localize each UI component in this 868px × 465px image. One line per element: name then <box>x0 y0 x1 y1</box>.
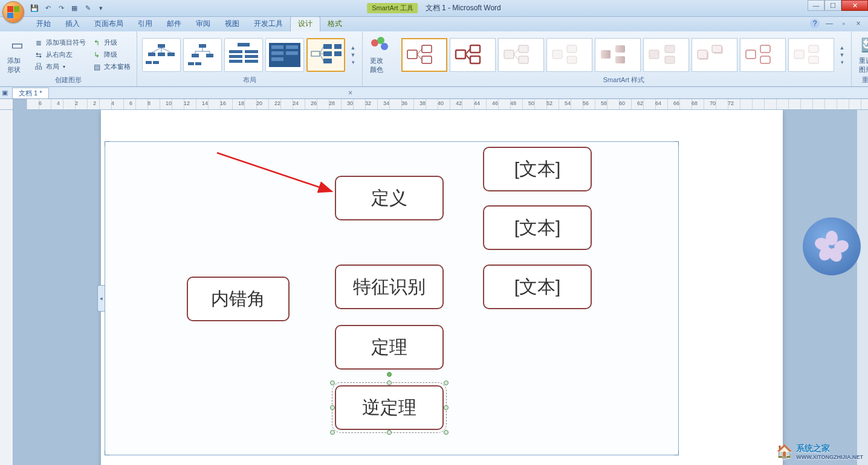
layout-option[interactable] <box>224 38 263 72</box>
smartart-node-placeholder[interactable]: [文本] <box>483 265 592 309</box>
ribbon-minimize-icon[interactable]: — <box>824 19 834 28</box>
tab-references[interactable]: 引用 <box>131 17 160 31</box>
rotate-handle[interactable] <box>387 372 392 377</box>
tab-developer[interactable]: 开发工具 <box>247 17 290 31</box>
gallery-up-icon[interactable]: ▲ <box>838 45 846 51</box>
resize-handle[interactable] <box>387 380 392 385</box>
close-button[interactable]: ✕ <box>841 0 868 11</box>
gallery-up-icon[interactable]: ▲ <box>349 45 357 51</box>
save-icon[interactable]: 💾 <box>29 3 40 14</box>
resize-handle[interactable] <box>330 405 335 410</box>
resize-handle[interactable] <box>444 380 449 385</box>
gallery-more-icon[interactable]: ▾ <box>349 59 357 65</box>
svg-rect-60 <box>615 56 625 63</box>
tab-review[interactable]: 审阅 <box>189 17 218 31</box>
group-label: 创建图形 <box>5 75 132 85</box>
style-option[interactable] <box>498 38 544 72</box>
svg-rect-59 <box>615 45 625 53</box>
undo-icon[interactable]: ↶ <box>42 3 53 14</box>
svg-rect-71 <box>794 50 804 59</box>
watermark-url: WWW.XITONGZHIJIA.NET <box>796 454 863 460</box>
style-option[interactable] <box>691 38 737 72</box>
style-option[interactable] <box>595 38 641 72</box>
style-option[interactable] <box>450 38 496 72</box>
style-option[interactable] <box>643 38 689 72</box>
ribbon-tabs: 开始 插入 页面布局 引用 邮件 审阅 视图 开发工具 设计 格式 ? — ▫ … <box>0 17 868 31</box>
smartart-node-feature[interactable]: 特征识别 <box>335 265 444 309</box>
minimize-button[interactable]: — <box>808 0 824 11</box>
gallery-down-icon[interactable]: ▼ <box>349 52 357 58</box>
svg-rect-47 <box>470 56 480 63</box>
redo-icon[interactable]: ↷ <box>56 3 66 14</box>
smartart-node-placeholder[interactable]: [文本] <box>483 147 592 191</box>
resize-handle[interactable] <box>330 430 335 435</box>
resize-handle[interactable] <box>330 380 335 385</box>
tab-close-icon[interactable]: × <box>345 89 356 97</box>
qat-icon[interactable]: ▦ <box>69 3 80 14</box>
style-option[interactable] <box>740 38 786 72</box>
resize-handle[interactable] <box>444 430 449 435</box>
vertical-scrollbar[interactable] <box>857 110 868 465</box>
qat-dropdown-icon[interactable]: ▾ <box>96 3 106 14</box>
tab-mailings[interactable]: 邮件 <box>160 17 189 31</box>
tab-home[interactable]: 开始 <box>29 17 58 31</box>
reset-graphic-button[interactable]: 🔄 重设图形 <box>857 34 868 75</box>
tab-pagelayout[interactable]: 页面布局 <box>87 17 131 31</box>
smartart-node-inverse-selected[interactable]: 逆定理 <box>335 385 444 430</box>
smartart-node-placeholder[interactable]: [文本] <box>483 205 592 250</box>
gallery-more-icon[interactable]: ▾ <box>838 59 846 65</box>
text-pane-button[interactable]: ▤文本窗格 <box>91 62 132 72</box>
layout-option[interactable] <box>142 38 181 72</box>
ribbon-resize-icon[interactable]: ▫ <box>839 19 849 28</box>
svg-rect-36 <box>334 51 342 56</box>
smartart-node-def[interactable]: 定义 <box>335 176 444 220</box>
document-tab-bar: ▣ 文档 1 * × <box>0 87 868 99</box>
resize-handle[interactable] <box>444 405 449 410</box>
layout-option[interactable] <box>183 38 222 72</box>
ribbon-group-colors: 更改颜色 <box>363 31 397 86</box>
demote-button[interactable]: ↳降级 <box>91 50 132 60</box>
svg-rect-61 <box>649 50 659 59</box>
ribbon-close-icon[interactable]: × <box>853 19 863 28</box>
page-area[interactable]: ◂ <box>13 110 868 465</box>
svg-rect-41 <box>422 45 432 53</box>
layout-option-selected[interactable] <box>306 38 345 72</box>
maximize-button[interactable]: ☐ <box>824 0 841 11</box>
tab-view[interactable]: 视图 <box>218 17 247 31</box>
qat-icon[interactable]: ✎ <box>82 3 93 14</box>
smartart-node-theorem[interactable]: 定理 <box>335 325 444 370</box>
svg-line-8 <box>161 48 171 53</box>
page: ◂ <box>101 110 783 465</box>
layout-option[interactable] <box>265 38 304 72</box>
change-colors-label: 更改颜色 <box>370 56 389 74</box>
style-option[interactable] <box>788 38 834 72</box>
resize-handle[interactable] <box>387 430 392 435</box>
gallery-down-icon[interactable]: ▼ <box>838 52 846 58</box>
tab-design[interactable]: 设计 <box>290 16 320 31</box>
svg-rect-9 <box>199 44 206 48</box>
help-icon[interactable]: ? <box>810 19 820 28</box>
style-option[interactable] <box>546 38 592 72</box>
svg-rect-21 <box>229 55 242 58</box>
group-label: SmartArt 样式 <box>401 75 846 85</box>
smartart-node-root[interactable]: 内错角 <box>187 277 290 321</box>
svg-rect-73 <box>809 56 818 63</box>
textpane-toggle[interactable]: ◂ <box>97 285 105 312</box>
svg-rect-22 <box>245 55 258 58</box>
tab-format[interactable]: 格式 <box>320 17 349 31</box>
change-colors-button[interactable]: 更改颜色 <box>368 34 392 75</box>
document-tab[interactable]: 文档 1 * <box>12 88 49 98</box>
office-button[interactable] <box>2 1 24 23</box>
add-bullet-button[interactable]: ≣添加项目符号 <box>33 37 87 48</box>
tab-insert[interactable]: 插入 <box>58 17 87 31</box>
rtl-button[interactable]: ⇆从右向左 <box>33 50 87 60</box>
smartart-frame[interactable]: ◂ <box>105 141 679 455</box>
svg-rect-31 <box>311 51 320 56</box>
svg-rect-69 <box>760 45 770 53</box>
layout-button[interactable]: 品布局▾ <box>33 62 87 72</box>
style-gallery <box>401 38 834 72</box>
svg-rect-40 <box>407 50 417 59</box>
style-option-selected[interactable] <box>401 38 447 72</box>
promote-button[interactable]: ↰升级 <box>91 37 132 48</box>
add-shape-button[interactable]: ▭ 添加形状 <box>5 34 29 75</box>
